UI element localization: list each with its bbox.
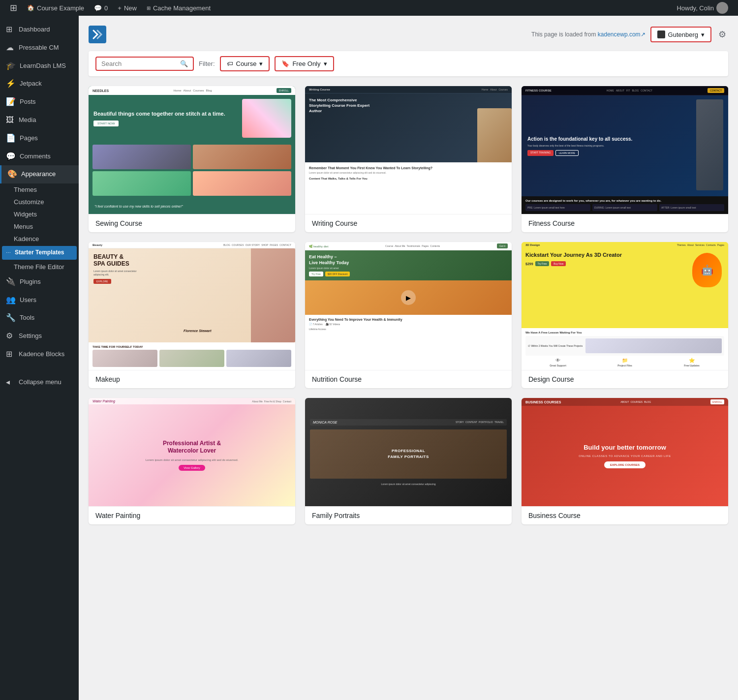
template-preview-portraits: MONICA ROSE STORYCONTENTPORTFOLIOTRAVEL … [305,398,512,506]
tag-icon: 🏷 [227,60,233,67]
template-grid: NEEDLES HomeAboutCoursesBlog ENROLL Beau… [89,86,728,524]
course-filter-dropdown[interactable]: 🏷 Course ▾ [220,56,270,71]
sidebar-item-kadence-blocks[interactable]: ⊞ Kadence Blocks [0,345,79,364]
settings-icon: ⚙ [6,331,15,341]
sidebar-item-comments[interactable]: 💬 Comments [0,148,79,166]
template-card-design[interactable]: 3D Design ThemesAboutServicesContactsPag… [522,242,728,388]
sidebar-item-settings[interactable]: ⚙ Settings [0,327,79,345]
template-title-makeup: Makeup [89,370,295,388]
comments-icon: 💬 [6,152,16,162]
adminbar-comments[interactable]: 💬 0 [89,0,113,16]
admin-bar: ⊞ 🏠 Course Example 💬 0 + New ⊞ Cache Man… [0,0,738,16]
avatar [716,2,728,14]
template-preview-watercolor: Water Painting About MeFine Art & ShopCo… [89,398,295,506]
template-title-writing: Writing Course [305,214,512,232]
template-title-fitness: Fitness Course [522,214,728,232]
starter-templates-icon: ⋯ [6,249,11,256]
adminbar-cache[interactable]: ⊞ Cache Management [142,0,215,16]
template-card-watercolor[interactable]: Water Painting About MeFine Art & ShopCo… [89,398,295,524]
dashboard-icon: ⊞ [6,25,15,35]
settings-cog-button[interactable]: ⚙ [716,27,728,42]
sidebar-sub-themes[interactable]: Themes [0,183,79,196]
gutenberg-button[interactable]: Gutenberg ▾ [650,27,711,42]
template-card-portraits[interactable]: MONICA ROSE STORYCONTENTPORTFOLIOTRAVEL … [305,398,512,524]
template-card-makeup[interactable]: Beauty BLOGCOURSESOUR STORYSHOPPAGESCONT… [89,242,295,388]
sidebar-sub-starter-templates[interactable]: ⋯ Starter Templates [2,246,77,260]
search-box-wrapper: 🔍 [95,57,194,71]
template-card-sewing[interactable]: NEEDLES HomeAboutCoursesBlog ENROLL Beau… [89,86,295,232]
kadencewp-link[interactable]: kadencewp.com↗ [598,31,646,38]
sidebar-item-tools[interactable]: 🔧 Tools [0,309,79,327]
template-preview-writing: Writing Course HomeAboutCourses The Most… [305,86,512,214]
template-preview-design: 3D Design ThemesAboutServicesContactsPag… [522,242,728,370]
template-card-fitness[interactable]: FITNESS COURSE HOMEABOUTFITBLOGCONTACT C… [522,86,728,232]
collapse-icon: ◂ [6,377,15,388]
sidebar-sub-kadence[interactable]: Kadence [0,233,79,245]
sidebar-item-jetpack[interactable]: ⚡ Jetpack [0,75,79,93]
template-preview-fitness: FITNESS COURSE HOMEABOUTFITBLOGCONTACT C… [522,86,728,214]
template-preview-makeup: Beauty BLOGCOURSESOUR STORYSHOPPAGESCONT… [89,242,295,370]
sidebar-item-pressable[interactable]: ☁ Pressable CM [0,39,79,57]
sidebar-item-posts[interactable]: 📝 Posts [0,93,79,111]
plugins-icon: 🔌 [6,277,16,287]
adminbar-site-name[interactable]: 🏠 Course Example [22,0,89,16]
sidebar-item-collapse[interactable]: ◂ Collapse menu [0,373,79,392]
filter-bar: 🔍 Filter: 🏷 Course ▾ 🔖 Free Only ▾ [89,51,728,76]
appearance-icon: 🎨 [7,169,17,180]
bookmark-icon: 🔖 [281,60,289,67]
sidebar-item-learndash[interactable]: 🎓 LearnDash LMS [0,57,79,75]
users-icon: 👥 [6,295,16,305]
pages-icon: 📄 [6,133,16,144]
main-content: This page is loaded from kadencewp.com↗ … [79,16,738,700]
posts-icon: 📝 [6,97,16,107]
adminbar-howdy[interactable]: Howdy, Colin [672,0,733,16]
template-title-nutrition: Nutrition Course [305,370,512,388]
search-input[interactable] [101,60,177,67]
template-card-business[interactable]: BUSINESS COURSES ABOUTCOURSESBLOG ENROLL… [522,398,728,524]
template-card-writing[interactable]: Writing Course HomeAboutCourses The Most… [305,86,512,232]
free-only-filter-dropdown[interactable]: 🔖 Free Only ▾ [275,56,334,71]
sidebar-sub-widgets[interactable]: Widgets [0,208,79,220]
sidebar-sub-theme-file-editor[interactable]: Theme File Editor [0,261,79,273]
template-preview-nutrition: 🌿 healthy diet CourseAbout MeTestimonial… [305,242,512,370]
sidebar-item-dashboard[interactable]: ⊞ Dashboard [0,21,79,39]
media-icon: 🖼 [6,115,15,125]
tools-icon: 🔧 [6,313,16,323]
sidebar-sub-menus[interactable]: Menus [0,220,79,233]
filter-label: Filter: [199,60,215,67]
template-card-nutrition[interactable]: 🌿 healthy diet CourseAbout MeTestimonial… [305,242,512,388]
header-right: This page is loaded from kadencewp.com↗ … [531,27,728,42]
gutenberg-button-wrapper: Gutenberg ▾ → [650,27,711,42]
template-title-design: Design Course [522,370,728,388]
kadencewp-link-text: This page is loaded from kadencewp.com↗ [531,31,645,38]
sidebar-item-users[interactable]: 👥 Users [0,291,79,309]
adminbar-new[interactable]: + New [113,0,142,16]
learndash-icon: 🎓 [6,61,16,71]
template-title-business: Business Course [522,506,728,524]
template-title-watercolor: Water Painting [89,506,295,524]
template-preview-business: BUSINESS COURSES ABOUTCOURSESBLOG ENROLL… [522,398,728,506]
sidebar-item-pages[interactable]: 📄 Pages [0,129,79,148]
search-icon: 🔍 [180,60,188,67]
pressable-icon: ☁ [6,43,15,53]
template-preview-sewing: NEEDLES HomeAboutCoursesBlog ENROLL Beau… [89,86,295,214]
sidebar-sub-customize[interactable]: Customize [0,196,79,208]
page-header: This page is loaded from kadencewp.com↗ … [89,26,728,43]
chevron-down-icon-2: ▾ [324,60,327,67]
jetpack-icon: ⚡ [6,79,16,89]
gutenberg-icon [657,30,665,38]
annotation-arrow-3: → [707,16,725,18]
adminbar-right: Howdy, Colin [672,0,733,16]
sidebar: ⊞ Dashboard ☁ Pressable CM 🎓 LearnDash L… [0,16,79,700]
sidebar-item-appearance[interactable]: 🎨 Appearance [0,165,79,183]
template-title-portraits: Family Portraits [305,506,512,524]
kadence-blocks-icon: ⊞ [6,349,15,360]
template-title-sewing: Sewing Course [89,214,295,232]
adminbar-wp-logo[interactable]: ⊞ [5,0,22,16]
chevron-down-icon: ▾ [259,60,263,67]
kadence-logo [89,26,106,43]
sidebar-item-plugins[interactable]: 🔌 Plugins [0,273,79,291]
sidebar-item-media[interactable]: 🖼 Media [0,111,79,129]
